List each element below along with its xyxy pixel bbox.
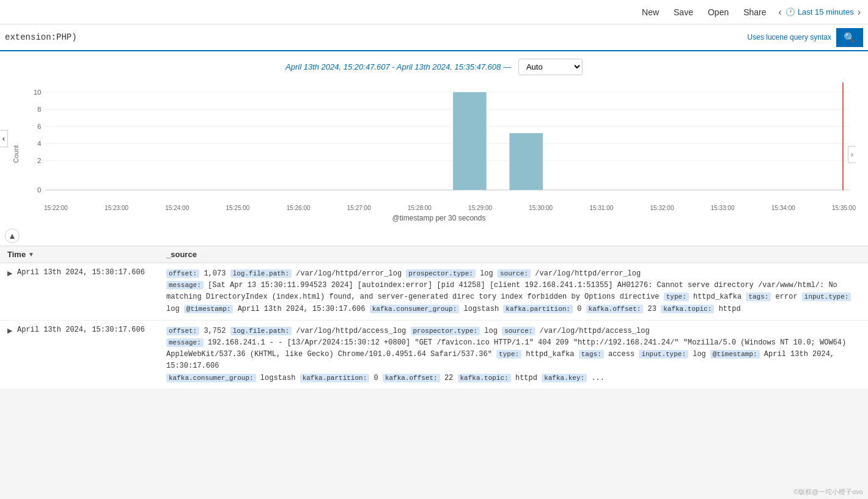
field-key: kafka.offset: xyxy=(383,374,440,382)
field-value: httpd xyxy=(719,305,741,313)
field-value: 22 xyxy=(444,374,458,382)
expand-arrow[interactable]: ▶ xyxy=(7,327,17,335)
prev-time-button[interactable]: ‹ xyxy=(779,7,782,18)
right-panel-toggle[interactable]: › xyxy=(848,146,856,163)
field-key: kafka.consumer_group: xyxy=(370,305,460,313)
field-key: type: xyxy=(664,293,689,301)
sort-icon[interactable]: ▼ xyxy=(28,251,34,258)
field-key: log.file.path: xyxy=(230,269,292,278)
field-value: logstash xyxy=(260,374,300,382)
field-value: 0 xyxy=(373,374,382,382)
share-button[interactable]: Share xyxy=(741,6,768,18)
field-value: log xyxy=(693,350,710,359)
field-key: input.type: xyxy=(802,293,851,301)
chart-time-range: April 13th 2024, 15:20:47.607 - April 13… xyxy=(285,62,511,71)
x-tick-4: 15:25:00 xyxy=(226,205,249,211)
field-key: kafka.topic: xyxy=(458,374,511,382)
field-value: logstash xyxy=(464,305,504,313)
log-row: ▶ April 13th 2024, 15:30:17.606 offset: … xyxy=(0,321,868,390)
bar-1530 xyxy=(509,133,543,190)
field-key: tags: xyxy=(579,350,604,359)
field-value: 1,073 xyxy=(204,269,230,278)
x-tick-3: 15:24:00 xyxy=(165,205,189,211)
log-time: April 13th 2024, 15:30:17.606 xyxy=(17,326,166,334)
field-value: 3,752 xyxy=(204,327,230,335)
field-key: @timestamp: xyxy=(184,305,234,313)
x-tick-5: 15:26:00 xyxy=(287,205,311,211)
x-tick-6: 15:27:00 xyxy=(347,205,371,211)
open-button[interactable]: Open xyxy=(705,6,731,18)
table-section: Time ▼ _source ▶ April 13th 2024, 15:30:… xyxy=(0,246,868,390)
field-key: message: xyxy=(166,338,204,347)
log-row-header[interactable]: ▶ April 13th 2024, 15:30:17.606 offset: … xyxy=(0,321,868,389)
field-key: source: xyxy=(498,269,531,278)
field-value: /var/log/httpd/access_log xyxy=(540,327,650,335)
chart-container: Count 10 8 6 4 2 0 xyxy=(12,82,856,226)
field-value: httpd xyxy=(515,374,542,382)
field-key: prospector.type: xyxy=(406,269,476,278)
field-key: offset: xyxy=(166,269,199,278)
svg-text:0: 0 xyxy=(37,186,41,194)
field-value: httpd_kafka xyxy=(526,350,578,359)
field-key: kafka.key: xyxy=(542,374,587,382)
search-bar: Uses lucene query syntax 🔍 xyxy=(0,24,868,51)
chart-area: 10 8 6 4 2 0 xyxy=(22,82,856,226)
left-panel-toggle[interactable]: ‹ xyxy=(0,130,8,147)
time-range-text: Last 15 minutes xyxy=(798,7,854,16)
chart-svg: 10 8 6 4 2 0 xyxy=(22,82,856,205)
time-label: 🕐 Last 15 minutes xyxy=(785,7,854,16)
field-key: @timestamp: xyxy=(710,350,760,359)
chart-interval-select[interactable]: Auto 1 second 30 seconds 1 minute 5 minu… xyxy=(518,59,583,75)
x-tick-14: 15:35:00 xyxy=(832,205,856,211)
save-button[interactable]: Save xyxy=(671,6,696,18)
field-key: kafka.topic: xyxy=(661,305,714,313)
log-source: offset: 1,073 log.file.path: /var/log/ht… xyxy=(166,268,861,315)
chart-section: ‹ April 13th 2024, 15:20:47.607 - April … xyxy=(0,51,868,226)
x-tick-9: 15:30:00 xyxy=(529,205,553,211)
field-key: kafka.offset: xyxy=(586,305,644,313)
x-tick-12: 15:33:00 xyxy=(711,205,735,211)
field-key: offset: xyxy=(166,327,199,335)
toolbar: New Save Open Share ‹ 🕐 Last 15 minutes … xyxy=(0,0,868,24)
col-source-header: _source xyxy=(166,250,861,259)
log-source: offset: 3,752 log.file.path: /var/log/ht… xyxy=(166,326,861,384)
field-value: April 13th 2024, 15:30:17.606 xyxy=(238,305,370,313)
field-key: source: xyxy=(502,327,535,335)
main-content: ‹ April 13th 2024, 15:20:47.607 - April … xyxy=(0,51,868,390)
x-tick-1: 15:22:00 xyxy=(44,205,68,211)
field-key: tags: xyxy=(746,293,771,301)
x-tick-13: 15:34:00 xyxy=(771,205,795,211)
svg-text:8: 8 xyxy=(37,106,41,113)
search-input[interactable] xyxy=(5,32,748,42)
x-tick-7: 15:28:00 xyxy=(408,205,432,211)
svg-text:2: 2 xyxy=(37,157,41,164)
table-header: Time ▼ _source xyxy=(0,246,868,263)
field-key: kafka.partition: xyxy=(503,305,573,313)
col-time-header: Time ▼ xyxy=(7,250,166,259)
chart-y-label: Count xyxy=(12,82,20,226)
log-row: ▶ April 13th 2024, 15:30:17.606 offset: … xyxy=(0,263,868,321)
field-value: access xyxy=(608,350,639,359)
field-value: log xyxy=(484,327,502,335)
collapse-chart-button[interactable]: ▲ xyxy=(5,228,20,243)
expand-arrow[interactable]: ▶ xyxy=(7,269,17,277)
field-value: /var/log/httpd/error_log xyxy=(535,269,641,278)
chart-toggle: ▲ xyxy=(0,226,868,246)
field-key: input.type: xyxy=(639,350,688,359)
field-value: /var/log/httpd/access_log xyxy=(296,327,410,335)
field-value: ... xyxy=(591,374,605,382)
x-tick-2: 15:23:00 xyxy=(105,205,128,211)
chart-x-axis: 15:22:00 15:23:00 15:24:00 15:25:00 15:2… xyxy=(22,205,856,211)
svg-text:10: 10 xyxy=(34,89,42,96)
chart-timestamp-label: @timestamp per 30 seconds xyxy=(22,214,856,222)
new-button[interactable]: New xyxy=(639,6,661,18)
log-row-header[interactable]: ▶ April 13th 2024, 15:30:17.606 offset: … xyxy=(0,263,868,320)
svg-text:4: 4 xyxy=(37,140,41,147)
search-button[interactable]: 🔍 xyxy=(836,28,863,47)
field-key: kafka.partition: xyxy=(300,374,370,382)
next-time-button[interactable]: › xyxy=(858,7,861,18)
field-value: log xyxy=(480,269,498,278)
field-value: 23 xyxy=(648,305,661,313)
search-hint: Uses lucene query syntax xyxy=(748,33,831,42)
x-tick-8: 15:29:00 xyxy=(468,205,492,211)
